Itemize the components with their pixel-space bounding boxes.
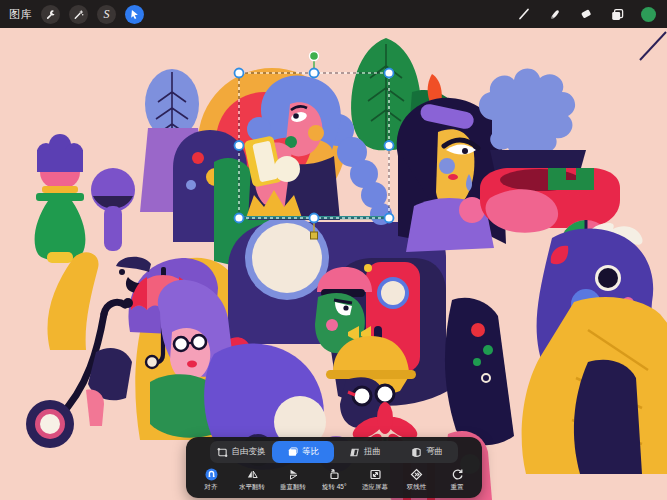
- handle-top-center[interactable]: [310, 69, 319, 78]
- transform-selection-box[interactable]: [0, 28, 667, 500]
- action-rotate-45[interactable]: 旋转 45°: [318, 468, 350, 490]
- transform-button[interactable]: [125, 5, 144, 24]
- distort-icon: [349, 447, 360, 458]
- layers-icon: [610, 7, 625, 22]
- reset-icon: [451, 468, 464, 481]
- magic-wand-icon: [73, 9, 84, 20]
- action-label: 旋转 45°: [322, 483, 346, 489]
- brush-icon: [517, 7, 531, 21]
- flip-horizontal-icon: [246, 468, 259, 481]
- handle-middle-left[interactable]: [235, 141, 244, 150]
- freeform-icon: [217, 447, 228, 458]
- erase-button[interactable]: [577, 5, 595, 23]
- rotation-handle[interactable]: [310, 52, 319, 61]
- wrench-icon: [45, 9, 56, 20]
- action-label: 重置: [451, 483, 464, 489]
- selection-s-icon: S: [104, 8, 110, 20]
- transform-actions-row: 对齐 水平翻转 垂直翻转 旋转 45°: [193, 463, 475, 498]
- handle-bottom-center[interactable]: [310, 214, 319, 223]
- handle-bottom-left[interactable]: [235, 214, 244, 223]
- tab-label: 扭曲: [364, 446, 381, 458]
- handle-top-left[interactable]: [235, 69, 244, 78]
- action-snapping[interactable]: 对齐: [195, 468, 227, 490]
- handle-top-right[interactable]: [385, 69, 394, 78]
- action-label: 双线性: [406, 483, 425, 489]
- transform-arrow-icon: [129, 9, 140, 20]
- handle-bottom-right[interactable]: [385, 214, 394, 223]
- actions-button[interactable]: [41, 5, 60, 24]
- action-label: 对齐: [205, 483, 218, 489]
- action-reset[interactable]: 重置: [441, 468, 473, 490]
- bilinear-icon: [410, 468, 423, 481]
- transform-mode-tabs: 自由变换 等比 扭曲 弯曲: [210, 441, 458, 463]
- tab-distort[interactable]: 扭曲: [334, 441, 396, 463]
- color-button[interactable]: [639, 5, 657, 23]
- eraser-icon: [579, 7, 593, 21]
- tab-label: 自由变换: [232, 446, 266, 458]
- tab-label: 等比: [302, 446, 319, 458]
- action-flip-horizontal[interactable]: 水平翻转: [236, 468, 268, 490]
- pivot-handle[interactable]: [311, 232, 318, 239]
- action-label: 适应屏幕: [362, 483, 388, 489]
- warp-icon: [411, 447, 422, 458]
- selection-button[interactable]: S: [97, 5, 116, 24]
- color-swatch: [641, 7, 656, 22]
- smudge-button[interactable]: [546, 5, 564, 23]
- uniform-icon: [287, 447, 298, 458]
- snapping-magnet-icon: [205, 468, 218, 481]
- action-fit-screen[interactable]: 适应屏幕: [359, 468, 391, 490]
- action-flip-vertical[interactable]: 垂直翻转: [277, 468, 309, 490]
- tab-freeform[interactable]: 自由变换: [210, 441, 272, 463]
- brush-button[interactable]: [515, 5, 533, 23]
- flip-vertical-icon: [287, 468, 300, 481]
- toolbar-right-group: [515, 5, 667, 23]
- action-label: 垂直翻转: [280, 483, 306, 489]
- canvas[interactable]: [0, 28, 667, 500]
- smudge-finger-icon: [548, 7, 562, 21]
- action-interpolation[interactable]: 双线性: [400, 468, 432, 490]
- tab-uniform[interactable]: 等比: [272, 441, 334, 463]
- gallery-button[interactable]: 图库: [9, 7, 32, 22]
- layers-button[interactable]: [608, 5, 626, 23]
- handle-middle-right[interactable]: [385, 141, 394, 150]
- adjustments-button[interactable]: [69, 5, 88, 24]
- toolbar-left-group: 图库 S: [0, 5, 144, 24]
- fit-screen-icon: [369, 468, 382, 481]
- tab-warp[interactable]: 弯曲: [396, 441, 458, 463]
- action-label: 水平翻转: [239, 483, 265, 489]
- transform-panel: 自由变换 等比 扭曲 弯曲: [186, 437, 482, 498]
- top-toolbar: 图库 S: [0, 0, 667, 28]
- tab-label: 弯曲: [426, 446, 443, 458]
- rotate-45-icon: [328, 468, 341, 481]
